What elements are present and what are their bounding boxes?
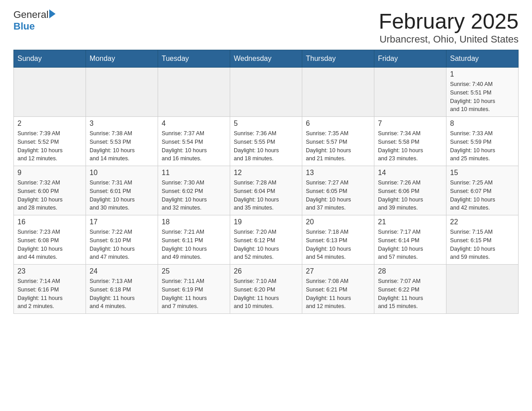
calendar-day-cell: 18Sunrise: 7:21 AM Sunset: 6:11 PM Dayli… (158, 215, 230, 265)
day-info: Sunrise: 7:25 AM Sunset: 6:07 PM Dayligh… (450, 179, 515, 212)
calendar-day-cell: 13Sunrise: 7:27 AM Sunset: 6:05 PM Dayli… (302, 166, 374, 215)
day-number: 16 (17, 218, 82, 226)
day-info: Sunrise: 7:32 AM Sunset: 6:00 PM Dayligh… (17, 179, 82, 212)
day-number: 21 (378, 218, 442, 226)
weekday-header-wednesday: Wednesday (230, 50, 302, 68)
day-number: 3 (90, 120, 154, 128)
calendar-day-cell: 25Sunrise: 7:11 AM Sunset: 6:19 PM Dayli… (158, 265, 230, 314)
day-number: 14 (378, 169, 442, 177)
calendar-day-cell: 12Sunrise: 7:28 AM Sunset: 6:04 PM Dayli… (230, 166, 302, 215)
logo-general-text: General (13, 9, 48, 21)
calendar-day-cell: 28Sunrise: 7:07 AM Sunset: 6:22 PM Dayli… (374, 265, 446, 314)
day-number: 6 (306, 120, 370, 128)
day-number: 12 (234, 169, 298, 177)
day-number: 26 (234, 267, 298, 275)
calendar-title: February 2025 (379, 9, 519, 34)
weekday-header-sunday: Sunday (14, 50, 86, 68)
day-info: Sunrise: 7:08 AM Sunset: 6:21 PM Dayligh… (306, 277, 370, 311)
calendar-empty-cell (446, 265, 519, 314)
calendar-header-row: SundayMondayTuesdayWednesdayThursdayFrid… (14, 50, 519, 68)
day-info: Sunrise: 7:27 AM Sunset: 6:05 PM Dayligh… (306, 179, 370, 212)
day-info: Sunrise: 7:36 AM Sunset: 5:55 PM Dayligh… (234, 129, 298, 163)
calendar-week-row: 9Sunrise: 7:32 AM Sunset: 6:00 PM Daylig… (14, 166, 519, 215)
logo: General Blue (13, 9, 56, 32)
calendar-day-cell: 2Sunrise: 7:39 AM Sunset: 5:52 PM Daylig… (14, 117, 86, 166)
day-number: 9 (17, 169, 82, 177)
day-info: Sunrise: 7:30 AM Sunset: 6:02 PM Dayligh… (162, 179, 226, 212)
day-info: Sunrise: 7:13 AM Sunset: 6:18 PM Dayligh… (90, 277, 154, 311)
day-info: Sunrise: 7:26 AM Sunset: 6:06 PM Dayligh… (378, 179, 442, 212)
day-number: 5 (234, 120, 298, 128)
day-number: 24 (90, 267, 154, 275)
day-info: Sunrise: 7:14 AM Sunset: 6:16 PM Dayligh… (17, 277, 82, 311)
calendar-day-cell: 15Sunrise: 7:25 AM Sunset: 6:07 PM Dayli… (446, 166, 519, 215)
day-number: 13 (306, 169, 370, 177)
day-info: Sunrise: 7:35 AM Sunset: 5:57 PM Dayligh… (306, 129, 370, 163)
calendar-day-cell: 22Sunrise: 7:15 AM Sunset: 6:15 PM Dayli… (446, 215, 519, 265)
calendar-day-cell: 5Sunrise: 7:36 AM Sunset: 5:55 PM Daylig… (230, 117, 302, 166)
day-info: Sunrise: 7:40 AM Sunset: 5:51 PM Dayligh… (450, 80, 515, 114)
day-info: Sunrise: 7:23 AM Sunset: 6:08 PM Dayligh… (17, 228, 82, 261)
logo-arrow-icon (49, 9, 56, 18)
day-info: Sunrise: 7:07 AM Sunset: 6:22 PM Dayligh… (378, 277, 442, 311)
day-number: 20 (306, 218, 370, 226)
weekday-header-friday: Friday (374, 50, 446, 68)
calendar-week-row: 2Sunrise: 7:39 AM Sunset: 5:52 PM Daylig… (14, 117, 519, 166)
day-number: 11 (162, 169, 226, 177)
day-number: 7 (378, 120, 442, 128)
calendar-day-cell: 6Sunrise: 7:35 AM Sunset: 5:57 PM Daylig… (302, 117, 374, 166)
calendar-week-row: 16Sunrise: 7:23 AM Sunset: 6:08 PM Dayli… (14, 215, 519, 265)
calendar-day-cell: 7Sunrise: 7:34 AM Sunset: 5:58 PM Daylig… (374, 117, 446, 166)
page-header: General Blue February 2025 Urbancrest, O… (13, 9, 519, 45)
day-info: Sunrise: 7:11 AM Sunset: 6:19 PM Dayligh… (162, 277, 226, 311)
title-block: February 2025 Urbancrest, Ohio, United S… (379, 9, 519, 45)
day-info: Sunrise: 7:21 AM Sunset: 6:11 PM Dayligh… (162, 228, 226, 261)
day-number: 22 (450, 218, 515, 226)
day-number: 4 (162, 120, 226, 128)
day-info: Sunrise: 7:37 AM Sunset: 5:54 PM Dayligh… (162, 129, 226, 163)
day-info: Sunrise: 7:22 AM Sunset: 6:10 PM Dayligh… (90, 228, 154, 261)
day-info: Sunrise: 7:34 AM Sunset: 5:58 PM Dayligh… (378, 129, 442, 163)
day-number: 1 (450, 70, 515, 78)
calendar-empty-cell (158, 68, 230, 117)
calendar-week-row: 23Sunrise: 7:14 AM Sunset: 6:16 PM Dayli… (14, 265, 519, 314)
day-info: Sunrise: 7:39 AM Sunset: 5:52 PM Dayligh… (17, 129, 82, 163)
day-number: 27 (306, 267, 370, 275)
logo-blue-text: Blue (13, 21, 35, 32)
day-info: Sunrise: 7:10 AM Sunset: 6:20 PM Dayligh… (234, 277, 298, 311)
day-info: Sunrise: 7:33 AM Sunset: 5:59 PM Dayligh… (450, 129, 515, 163)
weekday-header-tuesday: Tuesday (158, 50, 230, 68)
calendar-empty-cell (374, 68, 446, 117)
weekday-header-thursday: Thursday (302, 50, 374, 68)
day-number: 28 (378, 267, 442, 275)
calendar-week-row: 1Sunrise: 7:40 AM Sunset: 5:51 PM Daylig… (14, 68, 519, 117)
calendar-day-cell: 21Sunrise: 7:17 AM Sunset: 6:14 PM Dayli… (374, 215, 446, 265)
day-number: 25 (162, 267, 226, 275)
day-info: Sunrise: 7:17 AM Sunset: 6:14 PM Dayligh… (378, 228, 442, 261)
calendar-day-cell: 11Sunrise: 7:30 AM Sunset: 6:02 PM Dayli… (158, 166, 230, 215)
day-info: Sunrise: 7:18 AM Sunset: 6:13 PM Dayligh… (306, 228, 370, 261)
calendar-day-cell: 17Sunrise: 7:22 AM Sunset: 6:10 PM Dayli… (86, 215, 158, 265)
calendar-day-cell: 14Sunrise: 7:26 AM Sunset: 6:06 PM Dayli… (374, 166, 446, 215)
day-number: 8 (450, 120, 515, 128)
day-number: 23 (17, 267, 82, 275)
calendar-day-cell: 19Sunrise: 7:20 AM Sunset: 6:12 PM Dayli… (230, 215, 302, 265)
day-number: 15 (450, 169, 515, 177)
calendar-empty-cell (302, 68, 374, 117)
day-info: Sunrise: 7:20 AM Sunset: 6:12 PM Dayligh… (234, 228, 298, 261)
weekday-header-saturday: Saturday (446, 50, 519, 68)
day-number: 19 (234, 218, 298, 226)
calendar-day-cell: 1Sunrise: 7:40 AM Sunset: 5:51 PM Daylig… (446, 68, 519, 117)
calendar-empty-cell (86, 68, 158, 117)
calendar-day-cell: 26Sunrise: 7:10 AM Sunset: 6:20 PM Dayli… (230, 265, 302, 314)
calendar-day-cell: 23Sunrise: 7:14 AM Sunset: 6:16 PM Dayli… (14, 265, 86, 314)
calendar-subtitle: Urbancrest, Ohio, United States (379, 34, 519, 45)
day-number: 2 (17, 120, 82, 128)
day-number: 18 (162, 218, 226, 226)
calendar-day-cell: 9Sunrise: 7:32 AM Sunset: 6:00 PM Daylig… (14, 166, 86, 215)
weekday-header-monday: Monday (86, 50, 158, 68)
day-number: 17 (90, 218, 154, 226)
calendar-day-cell: 24Sunrise: 7:13 AM Sunset: 6:18 PM Dayli… (86, 265, 158, 314)
day-number: 10 (90, 169, 154, 177)
day-info: Sunrise: 7:31 AM Sunset: 6:01 PM Dayligh… (90, 179, 154, 212)
